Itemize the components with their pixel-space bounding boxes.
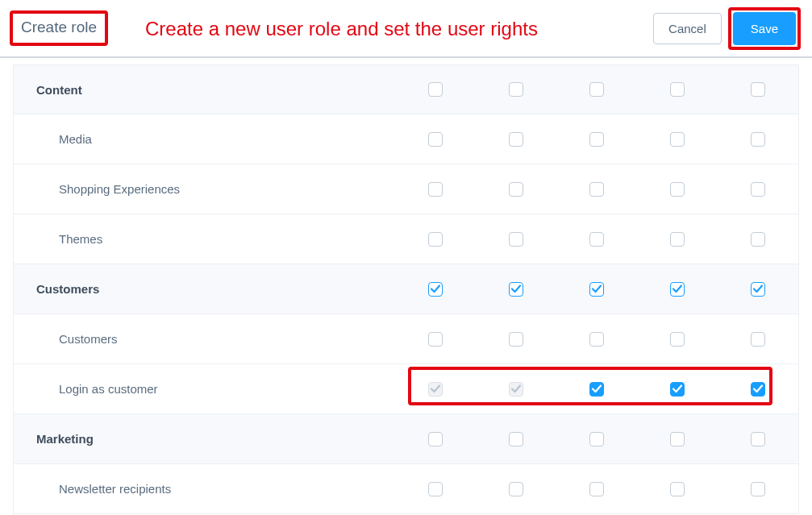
permission-checkbox[interactable]: [509, 282, 523, 297]
permission-checkbox[interactable]: [509, 82, 523, 97]
save-button[interactable]: Save: [733, 12, 796, 45]
checkbox-cell: [556, 332, 637, 347]
checkbox-cell: [637, 332, 718, 347]
permission-checkbox[interactable]: [670, 382, 685, 397]
checkbox-cell: [476, 332, 556, 347]
checkbox-cell: [637, 282, 718, 297]
checkbox-cell: [395, 182, 476, 197]
permissions-grid: ContentMediaShopping ExperiencesThemesCu…: [0, 64, 812, 514]
permission-checkbox[interactable]: [670, 482, 685, 496]
permission-checkbox[interactable]: [589, 182, 604, 197]
permission-checkbox[interactable]: [751, 182, 765, 197]
permission-checkbox[interactable]: [670, 132, 685, 147]
permission-checkbox[interactable]: [428, 432, 443, 446]
checkbox-cell: [718, 282, 798, 297]
save-button-highlight: Save: [728, 7, 801, 50]
permission-checkbox[interactable]: [751, 432, 765, 446]
permission-checkbox[interactable]: [509, 432, 523, 446]
permission-checkbox[interactable]: [509, 182, 523, 197]
checkbox-cell: [556, 182, 637, 197]
permission-label: Themes: [14, 232, 395, 246]
permission-label: Content: [14, 83, 395, 97]
permission-checkbox[interactable]: [670, 332, 685, 347]
page-title: Create role: [21, 19, 97, 35]
permission-checkbox[interactable]: [589, 482, 604, 496]
permission-checkbox[interactable]: [751, 282, 765, 297]
cancel-button[interactable]: Cancel: [653, 13, 722, 44]
permission-checkbox: [509, 382, 523, 397]
permission-checkbox[interactable]: [428, 482, 443, 496]
checkbox-cell: [476, 382, 556, 397]
checkbox-cell: [395, 482, 476, 496]
checkbox-cell: [556, 482, 637, 496]
permission-checkbox[interactable]: [670, 182, 685, 197]
checkbox-cell: [395, 232, 476, 247]
checkbox-cell: [718, 482, 798, 496]
permission-checkbox: [428, 382, 443, 397]
permission-row: Themes: [13, 214, 799, 264]
checkbox-cell: [556, 382, 637, 397]
checkbox-cell: [637, 182, 718, 197]
permission-checkbox[interactable]: [589, 132, 604, 147]
checkbox-cell: [637, 482, 718, 496]
checkbox-cell: [395, 132, 476, 147]
checkbox-cell: [556, 432, 637, 446]
permission-checkbox[interactable]: [589, 382, 604, 397]
permission-checkbox[interactable]: [670, 432, 685, 446]
permission-checkbox[interactable]: [428, 282, 443, 297]
permission-checkbox[interactable]: [509, 332, 523, 347]
checkbox-cell: [476, 282, 556, 297]
checkbox-cell: [718, 82, 798, 97]
header-actions: Cancel Save: [653, 7, 801, 50]
permission-label: Login as customer: [14, 382, 395, 396]
header-bar: Create role Create a new user role and s…: [0, 0, 812, 58]
permission-checkbox[interactable]: [670, 232, 685, 247]
permission-checkbox[interactable]: [428, 82, 443, 97]
checkbox-cell: [395, 382, 476, 397]
checkbox-cell: [476, 232, 556, 247]
permission-checkbox[interactable]: [428, 232, 443, 247]
permission-checkbox[interactable]: [428, 182, 443, 197]
permission-checkbox[interactable]: [751, 482, 765, 496]
permission-checkbox[interactable]: [589, 332, 604, 347]
permission-checkbox[interactable]: [428, 132, 443, 147]
permission-checkbox[interactable]: [751, 132, 765, 147]
checkbox-cell: [476, 482, 556, 496]
checkbox-cell: [718, 132, 798, 147]
permission-row: Customers: [13, 314, 799, 364]
permission-row: Shopping Experiences: [13, 164, 799, 214]
checkbox-cell: [476, 432, 556, 446]
permission-checkbox[interactable]: [751, 332, 765, 347]
permission-checkbox[interactable]: [509, 232, 523, 247]
permission-checkbox[interactable]: [589, 282, 604, 297]
checkbox-cell: [718, 232, 798, 247]
checkbox-cell: [556, 132, 637, 147]
permission-checkbox[interactable]: [751, 382, 765, 397]
permission-checkbox[interactable]: [589, 432, 604, 446]
permission-checkbox[interactable]: [428, 332, 443, 347]
checkbox-cell: [476, 82, 556, 97]
checkbox-cell: [476, 132, 556, 147]
permission-checkbox[interactable]: [509, 482, 523, 496]
permission-checkbox[interactable]: [670, 282, 685, 297]
permission-checkbox[interactable]: [751, 232, 765, 247]
checkbox-cell: [718, 182, 798, 197]
permission-checkbox[interactable]: [589, 82, 604, 97]
permission-checkbox[interactable]: [670, 82, 685, 97]
permission-row: Media: [13, 114, 799, 164]
checkbox-cell: [395, 332, 476, 347]
checkbox-cell: [556, 82, 637, 97]
permission-group-row: Content: [13, 64, 799, 114]
checkbox-cell: [637, 232, 718, 247]
checkbox-cell: [395, 432, 476, 446]
checkbox-cell: [718, 432, 798, 446]
permission-label: Shopping Experiences: [14, 182, 395, 196]
checkbox-cell: [395, 82, 476, 97]
permission-checkbox[interactable]: [589, 232, 604, 247]
permission-checkbox[interactable]: [509, 132, 523, 147]
permission-checkbox[interactable]: [751, 82, 765, 97]
permission-group-row: Customers: [13, 264, 799, 314]
checkbox-cell: [637, 382, 718, 397]
permission-label: Customers: [14, 282, 395, 296]
permission-label: Marketing: [14, 432, 395, 446]
